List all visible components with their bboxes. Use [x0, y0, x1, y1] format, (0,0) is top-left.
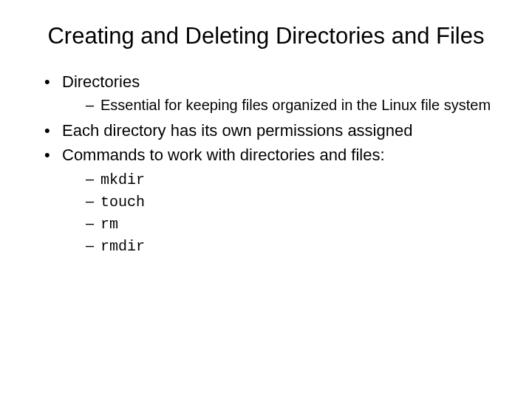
sub-bullet-text: Essential for keeping files organized in… — [100, 97, 491, 113]
command-text: mkdir — [100, 171, 145, 188]
bullet-text: Commands to work with directories and fi… — [62, 146, 385, 164]
slide-title: Creating and Deleting Directories and Fi… — [44, 22, 488, 51]
sub-bullet-item: rmdir — [86, 236, 502, 256]
sub-bullet-list: Essential for keeping files organized in… — [62, 95, 502, 115]
command-text: rmdir — [100, 238, 145, 255]
bullet-item: Commands to work with directories and fi… — [44, 145, 502, 256]
bullet-text: Each directory has its own permissions a… — [62, 121, 412, 140]
slide: Creating and Deleting Directories and Fi… — [0, 0, 532, 399]
sub-bullet-item: mkdir — [86, 169, 502, 190]
bullet-text: Directories — [62, 72, 140, 91]
bullet-list: Directories Essential for keeping files … — [30, 72, 502, 256]
sub-bullet-list: mkdir touch rm rmdir — [62, 169, 502, 256]
bullet-item: Directories Essential for keeping files … — [44, 72, 502, 115]
sub-bullet-item: Essential for keeping files organized in… — [86, 95, 502, 115]
command-text: rm — [100, 216, 118, 233]
bullet-item: Each directory has its own permissions a… — [44, 120, 502, 142]
sub-bullet-item: touch — [86, 191, 502, 212]
sub-bullet-item: rm — [86, 214, 502, 234]
command-text: touch — [100, 194, 145, 211]
